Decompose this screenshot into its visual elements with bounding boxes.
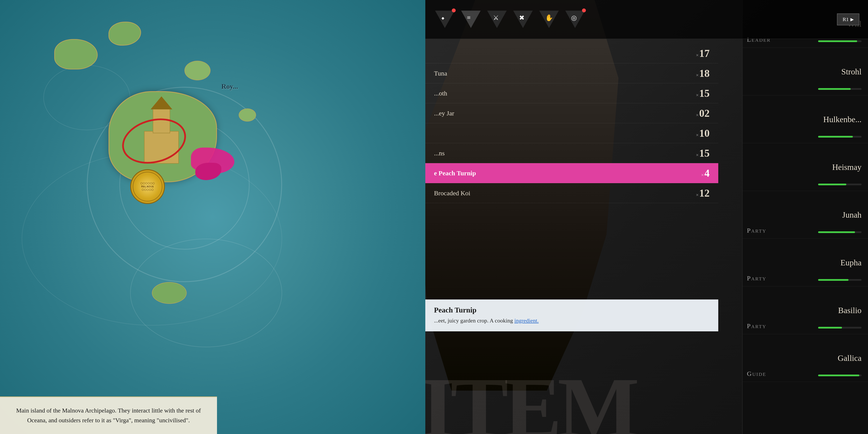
item-name-1: Tuna xyxy=(434,70,696,77)
party-name-junah: Junah xyxy=(842,210,862,220)
qty-num-0: 17 xyxy=(699,47,710,59)
location-label: Roy... xyxy=(221,83,238,91)
party-label-party3: PARTY xyxy=(747,322,767,330)
party-hp-fill-heismay xyxy=(818,184,846,185)
item-desc-text: ...eet, juicy garden crop. A cooking ing… xyxy=(434,316,710,325)
qty-x-6: × xyxy=(701,172,704,178)
party-label-party2: PARTY xyxy=(747,275,767,282)
item-name-3: ...ey Jar xyxy=(434,110,696,117)
item-row-1[interactable]: Tuna × 18 xyxy=(425,63,718,83)
nav-triangle-5: ◎ xyxy=(565,11,585,28)
qty-num-3: 02 xyxy=(699,107,710,119)
party-item-strohl[interactable]: Strohl xyxy=(743,48,868,95)
r1-arrow: ▶ xyxy=(850,17,854,22)
item-desc-link[interactable]: ingredient. xyxy=(514,317,538,324)
nav-triangle-3: ✖ xyxy=(513,11,533,28)
small-island-5 xyxy=(152,282,187,304)
item-row-5[interactable]: ...ns × 15 xyxy=(425,143,718,163)
nav-dot-5 xyxy=(582,8,586,12)
party-item-heismay[interactable]: Heismay xyxy=(743,143,868,191)
party-hp-heismay xyxy=(818,184,862,185)
map-panel: ⬡⬡⬡⬡⬡⬡MALNOVA⬡⬡⬡⬡⬡ Roy... Main island of… xyxy=(0,0,425,434)
qty-x-5: × xyxy=(696,152,699,158)
nav-bar: ⬥ ≡ ⚔ ✖ ✋ ◎ xyxy=(425,0,868,39)
nav-icon-3[interactable]: ✖ xyxy=(512,8,534,30)
description-box: Main island of the Malnova Archipelago. … xyxy=(0,397,217,434)
nav-symbol-3: ✖ xyxy=(519,14,525,22)
r1-button[interactable]: R1 ▶ xyxy=(837,13,859,25)
party-name-heismay: Heismay xyxy=(832,162,862,172)
party-sidebar: Will LEADER Strohl Hulkenbe... xyxy=(742,0,868,434)
party-hp-fill-basilio xyxy=(818,327,842,329)
nav-symbol-4: ✋ xyxy=(545,14,553,22)
party-hp-strohl xyxy=(818,88,862,90)
party-hp-fill-gallica xyxy=(818,375,859,376)
party-item-basilio[interactable]: Basilio PARTY xyxy=(743,286,868,334)
qty-num-6: 4 xyxy=(704,167,710,179)
castle-roof xyxy=(151,96,172,110)
nav-icon-1[interactable]: ≡ xyxy=(460,8,482,30)
party-hp-hulkenbe xyxy=(818,136,862,137)
item-row-4[interactable]: × 10 xyxy=(425,123,718,143)
party-hp-will xyxy=(818,40,862,42)
item-name-6: e Peach Turnip xyxy=(434,169,701,177)
small-island-4 xyxy=(239,108,256,122)
item-row-7[interactable]: Brocaded Koi × 12 xyxy=(425,183,718,203)
qty-display-6: × 4 xyxy=(701,167,710,179)
qty-num-4: 10 xyxy=(699,127,710,139)
party-item-gallica[interactable]: Gallica GUIDE xyxy=(743,334,868,382)
r1-label: R1 xyxy=(843,17,849,22)
qty-display-3: × 02 xyxy=(696,107,710,119)
item-row-2[interactable]: ...oth × 15 xyxy=(425,83,718,103)
qty-display-0: × 17 xyxy=(696,47,710,59)
nav-icon-2[interactable]: ⚔ xyxy=(486,8,508,30)
party-name-hulkenbe: Hulkenbe... xyxy=(823,115,862,124)
item-list: × 17 Tuna × 18 ...oth × 15 ...ey Jar × xyxy=(425,39,718,300)
nav-icon-0[interactable]: ⬥ xyxy=(434,8,456,30)
nav-icon-5[interactable]: ◎ xyxy=(564,8,586,30)
qty-x-2: × xyxy=(696,92,699,98)
qty-display-5: × 15 xyxy=(696,147,710,159)
party-hp-fill-junah xyxy=(818,231,855,233)
qty-display-2: × 15 xyxy=(696,87,710,99)
party-hp-eupha xyxy=(818,279,862,281)
nav-triangle-0: ⬥ xyxy=(435,11,455,28)
party-name-strohl: Strohl xyxy=(841,67,862,76)
item-name-2: ...oth xyxy=(434,90,696,97)
qty-num-5: 15 xyxy=(699,147,710,159)
party-item-hulkenbe[interactable]: Hulkenbe... xyxy=(743,95,868,143)
party-item-junah[interactable]: Junah PARTY xyxy=(743,191,868,239)
qty-x-4: × xyxy=(696,132,699,138)
party-hp-fill-eupha xyxy=(818,279,848,281)
nav-symbol-2: ⚔ xyxy=(493,14,499,22)
nav-symbol-1: ≡ xyxy=(467,14,471,21)
item-watermark: ITEM xyxy=(425,365,635,434)
nav-symbol-5: ◎ xyxy=(571,14,577,22)
item-row-3[interactable]: ...ey Jar × 02 xyxy=(425,103,718,123)
party-name-eupha: Eupha xyxy=(840,258,862,267)
qty-x-0: × xyxy=(696,52,699,58)
inventory-panel: ITEM ⬥ ≡ ⚔ ✖ ✋ xyxy=(425,0,868,434)
party-hp-fill-strohl xyxy=(818,88,850,90)
qty-display-4: × 10 xyxy=(696,127,710,139)
item-desc-main: ...eet, juicy garden crop. A cooking xyxy=(434,317,513,324)
nav-dot-0 xyxy=(452,8,456,12)
selected-item-name: Peach Turnip xyxy=(434,306,710,314)
nav-triangle-4: ✋ xyxy=(539,11,559,28)
item-name-5: ...ns xyxy=(434,150,696,157)
party-hp-fill-hulkenbe xyxy=(818,136,853,137)
party-item-eupha[interactable]: Eupha PARTY xyxy=(743,239,868,286)
qty-display-7: × 12 xyxy=(696,187,710,199)
party-name-gallica: Gallica xyxy=(838,353,862,363)
party-hp-gallica xyxy=(818,375,862,376)
nav-icon-4[interactable]: ✋ xyxy=(538,8,560,30)
party-label-guide: GUIDE xyxy=(747,370,766,377)
party-name-basilio: Basilio xyxy=(838,306,862,315)
item-row-6[interactable]: e Peach Turnip × 4 xyxy=(425,163,718,183)
party-hp-fill-will xyxy=(818,40,857,42)
qty-x-3: × xyxy=(696,112,699,118)
item-description-box: Peach Turnip ...eet, juicy garden crop. … xyxy=(425,300,718,331)
qty-num-2: 15 xyxy=(699,87,710,99)
item-row-0[interactable]: × 17 xyxy=(425,43,718,63)
party-hp-junah xyxy=(818,231,862,233)
